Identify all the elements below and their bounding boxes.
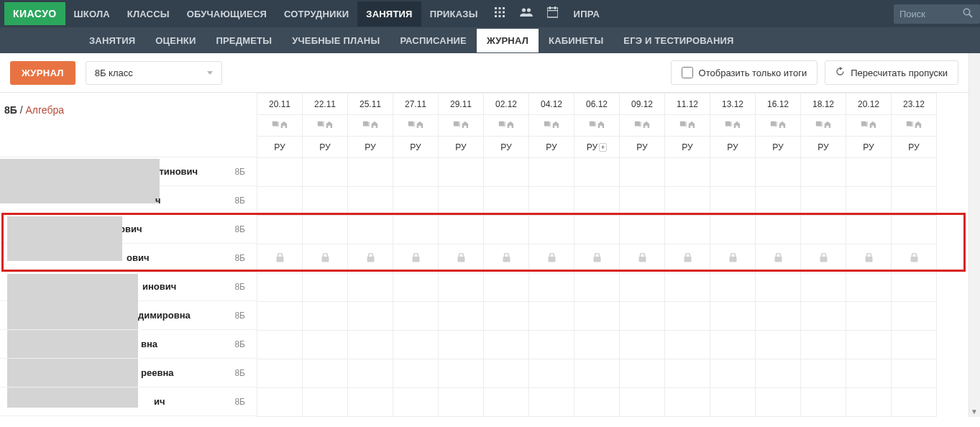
grade-cell[interactable] bbox=[529, 359, 574, 388]
grade-cell[interactable] bbox=[348, 187, 393, 216]
student-row[interactable]: реевна8Б bbox=[0, 359, 257, 387]
show-totals-checkbox[interactable]: Отобразить только итоги bbox=[671, 60, 818, 85]
date-header[interactable]: 27.11 bbox=[393, 93, 439, 115]
date-header[interactable]: 20.12 bbox=[846, 93, 892, 115]
grade-cell[interactable] bbox=[257, 359, 303, 388]
grade-cell[interactable] bbox=[846, 359, 892, 388]
date-header[interactable]: 09.12 bbox=[620, 93, 665, 115]
date-header[interactable]: 20.11 bbox=[257, 93, 303, 115]
recalc-button[interactable]: Пересчитать пропуски bbox=[825, 60, 958, 85]
grade-cell[interactable] bbox=[620, 158, 665, 187]
grade-cell[interactable] bbox=[529, 388, 574, 417]
scroll-down-icon[interactable]: ▼ bbox=[968, 405, 980, 417]
date-header[interactable]: 29.11 bbox=[439, 93, 484, 115]
grade-cell[interactable] bbox=[710, 359, 756, 388]
mark-type-header[interactable]: РУ+ bbox=[574, 137, 620, 158]
grade-cell[interactable] bbox=[801, 331, 846, 359]
student-row[interactable]: димировна8Б bbox=[0, 301, 257, 330]
journal-button[interactable]: ЖУРНАЛ bbox=[10, 61, 75, 85]
grade-cell[interactable] bbox=[665, 158, 710, 187]
grade-cell[interactable] bbox=[439, 216, 484, 244]
mark-type-header[interactable]: РУ bbox=[620, 137, 665, 158]
grade-cell[interactable] bbox=[801, 273, 846, 302]
grade-cell[interactable] bbox=[620, 244, 665, 273]
grade-cell[interactable] bbox=[393, 359, 439, 388]
grade-cell[interactable] bbox=[348, 216, 393, 244]
date-header[interactable]: 25.11 bbox=[348, 93, 393, 115]
grade-cell[interactable] bbox=[574, 244, 620, 273]
grade-cell[interactable] bbox=[303, 216, 348, 244]
subnav-lessons[interactable]: ЗАНЯТИЯ bbox=[79, 29, 145, 52]
subnav-grades[interactable]: ОЦЕНКИ bbox=[145, 29, 206, 52]
grade-cell[interactable] bbox=[484, 331, 529, 359]
grade-cell[interactable] bbox=[846, 187, 892, 216]
grade-cell[interactable] bbox=[756, 331, 801, 359]
mark-type-header[interactable]: РУ bbox=[439, 137, 484, 158]
grade-cell[interactable] bbox=[846, 302, 892, 331]
grade-cell[interactable] bbox=[439, 388, 484, 417]
student-row[interactable]: ович8Б bbox=[0, 215, 257, 244]
grade-cell[interactable] bbox=[257, 187, 303, 216]
grade-cell[interactable] bbox=[846, 388, 892, 417]
grade-cell[interactable] bbox=[846, 331, 892, 359]
date-header[interactable]: 11.12 bbox=[665, 93, 710, 115]
grade-cell[interactable] bbox=[665, 244, 710, 273]
grade-cell[interactable] bbox=[574, 187, 620, 216]
grade-cell[interactable] bbox=[484, 359, 529, 388]
grade-cell[interactable] bbox=[892, 302, 937, 331]
grade-cell[interactable] bbox=[439, 302, 484, 331]
date-header[interactable]: 02.12 bbox=[484, 93, 529, 115]
date-header[interactable]: 22.11 bbox=[303, 93, 348, 115]
grade-cell[interactable] bbox=[801, 359, 846, 388]
mark-type-header[interactable]: РУ bbox=[257, 137, 303, 158]
grade-cell[interactable] bbox=[257, 244, 303, 273]
date-header[interactable]: 13.12 bbox=[710, 93, 756, 115]
grade-cell[interactable] bbox=[574, 302, 620, 331]
nav-classes[interactable]: КЛАССЫ bbox=[119, 1, 178, 27]
subnav-plans[interactable]: УЧЕБНЫЕ ПЛАНЫ bbox=[282, 29, 390, 52]
grade-cell[interactable] bbox=[710, 216, 756, 244]
grade-cell[interactable] bbox=[574, 273, 620, 302]
grade-cell[interactable] bbox=[756, 273, 801, 302]
date-header[interactable]: 18.12 bbox=[801, 93, 846, 115]
grade-cell[interactable] bbox=[439, 359, 484, 388]
apps-icon[interactable] bbox=[487, 1, 513, 27]
grade-cell[interactable] bbox=[529, 244, 574, 273]
grade-cell[interactable] bbox=[529, 158, 574, 187]
grade-cell[interactable] bbox=[484, 244, 529, 273]
grade-cell[interactable] bbox=[484, 388, 529, 417]
class-select[interactable]: 8Б класс bbox=[86, 61, 222, 85]
grade-cell[interactable] bbox=[801, 216, 846, 244]
mark-type-header[interactable]: РУ bbox=[665, 137, 710, 158]
subnav-schedule[interactable]: РАСПИСАНИЕ bbox=[390, 29, 477, 52]
grade-cell[interactable] bbox=[846, 273, 892, 302]
grade-cell[interactable] bbox=[303, 158, 348, 187]
grade-cell[interactable] bbox=[756, 216, 801, 244]
grade-cell[interactable] bbox=[484, 302, 529, 331]
grade-cell[interactable] bbox=[484, 187, 529, 216]
vertical-scrollbar[interactable]: ▼ bbox=[968, 53, 980, 417]
grade-cell[interactable] bbox=[665, 187, 710, 216]
grade-cell[interactable] bbox=[439, 273, 484, 302]
student-row[interactable]: инович8Б bbox=[0, 272, 257, 301]
student-row[interactable]: вна8Б bbox=[0, 330, 257, 359]
grade-cell[interactable] bbox=[257, 216, 303, 244]
grade-cell[interactable] bbox=[892, 388, 937, 417]
grade-cell[interactable] bbox=[756, 388, 801, 417]
grade-cell[interactable] bbox=[801, 388, 846, 417]
grade-cell[interactable] bbox=[801, 187, 846, 216]
grade-cell[interactable] bbox=[257, 388, 303, 417]
grade-cell[interactable] bbox=[257, 158, 303, 187]
grade-cell[interactable] bbox=[892, 244, 937, 273]
grade-cell[interactable] bbox=[846, 244, 892, 273]
mark-type-header[interactable]: РУ bbox=[892, 137, 937, 158]
mark-type-header[interactable]: РУ bbox=[348, 137, 393, 158]
grade-cell[interactable] bbox=[529, 273, 574, 302]
grade-cell[interactable] bbox=[620, 331, 665, 359]
grade-cell[interactable] bbox=[892, 187, 937, 216]
grade-cell[interactable] bbox=[393, 302, 439, 331]
grade-cell[interactable] bbox=[892, 216, 937, 244]
nav-school[interactable]: ШКОЛА bbox=[65, 1, 119, 27]
grade-cell[interactable] bbox=[348, 158, 393, 187]
grade-cell[interactable] bbox=[393, 273, 439, 302]
